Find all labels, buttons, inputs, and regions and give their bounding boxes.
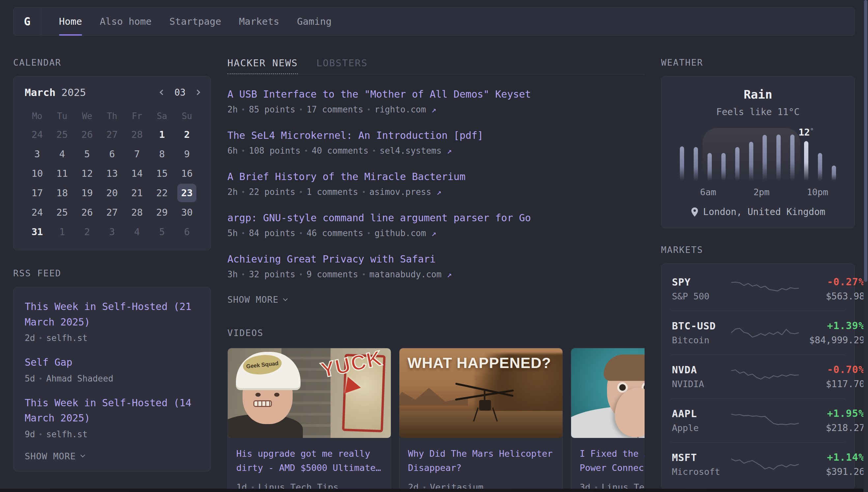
- nav-tab-startpage[interactable]: Startpage: [169, 7, 221, 35]
- video-card-ltt-connector[interactable]: DO TH T I Fixed the 50 Power Connector 3…: [571, 348, 645, 492]
- news-item-title[interactable]: Achieving Great Privacy with Safari: [227, 253, 645, 265]
- rss-item-source: selfh.st: [46, 429, 87, 439]
- rss-item-title[interactable]: This Week in Self-Hosted (14 March 2025): [25, 395, 200, 426]
- market-symbol[interactable]: BTC-USD: [672, 320, 731, 332]
- news-item: The SeL4 Microkernel: An Introduction [p…: [227, 130, 645, 156]
- weather-widget: Rain Feels like 11°C 12° 6am2pm10pm Lond…: [661, 76, 855, 228]
- dot-separator: [595, 486, 597, 488]
- scrollbar-track[interactable]: [863, 0, 868, 492]
- news-item-comments[interactable]: 9 comments: [307, 269, 358, 279]
- news-item-points: 108 points: [249, 146, 300, 156]
- video-title[interactable]: Why Did The Mars Helicopter Disappear?: [408, 446, 554, 475]
- video-title[interactable]: I Fixed the 50 Power Connector: [580, 446, 645, 475]
- weather-location: London, United Kingdom: [703, 206, 825, 217]
- news-item-meta: 6h108 points40 commentssel4.systems↗: [227, 146, 645, 156]
- rss-list: This Week in Self-Hosted (21 March 2025)…: [25, 299, 200, 439]
- calendar-day: 28: [125, 202, 150, 222]
- news-show-more-button[interactable]: SHOW MORE: [227, 294, 287, 305]
- market-row-msft[interactable]: MSFTMicrosoft+1.14%$391.26: [671, 442, 845, 486]
- calendar-day: 14: [125, 164, 150, 183]
- weather-bar: [680, 146, 684, 181]
- market-change: -0.27%: [799, 276, 865, 288]
- video-thumbnail-mars[interactable]: WHAT HAPPENED?: [399, 348, 562, 438]
- market-row-aapl[interactable]: AAPLApple+1.95%$218.27: [671, 398, 845, 442]
- news-tab-hacker-news[interactable]: HACKER NEWS: [227, 57, 298, 74]
- nav-tab-markets[interactable]: Markets: [239, 7, 279, 35]
- eye-art: [274, 393, 280, 397]
- market-name: Microsoft: [672, 467, 731, 477]
- news-item-title[interactable]: A Brief History of the Miracle Bacterium: [227, 171, 645, 182]
- calendar-weekday-label: Fr: [125, 107, 150, 125]
- dot-separator: [300, 108, 302, 110]
- news-item-domain-link[interactable]: github.com: [374, 228, 426, 238]
- chevron-right-icon[interactable]: [195, 90, 200, 95]
- dot-separator: [242, 150, 244, 152]
- news-item-title[interactable]: argp: GNU-style command line argument pa…: [227, 212, 645, 224]
- news-item-domain-link[interactable]: sel4.systems: [379, 146, 442, 156]
- market-sparkline: [731, 410, 799, 430]
- weather-bar: [832, 166, 836, 181]
- video-card-ltt-yuck[interactable]: Geek Squad YUCK His upgrade got me reall…: [227, 348, 391, 492]
- dot-separator: [242, 273, 244, 275]
- video-card-veritasium-mars[interactable]: WHAT HAPPENED? Why Did The Mars Helicopt…: [399, 348, 563, 492]
- dot-separator: [242, 108, 244, 110]
- market-symbol[interactable]: NVDA: [672, 364, 731, 376]
- news-item-domain-link[interactable]: righto.com: [374, 104, 426, 115]
- news-item-comments[interactable]: 17 comments: [307, 104, 363, 115]
- calendar-day: 15: [150, 164, 175, 183]
- nav-tab-home[interactable]: Home: [59, 7, 82, 35]
- calendar-section-title: CALENDAR: [13, 57, 211, 68]
- nav-tab-gaming[interactable]: Gaming: [297, 7, 332, 35]
- rss-item-title[interactable]: Self Gap: [25, 355, 200, 370]
- market-symbol[interactable]: MSFT: [672, 452, 731, 463]
- market-id-block: MSFTMicrosoft: [672, 452, 731, 477]
- news-item-comments[interactable]: 1 comments: [307, 187, 358, 197]
- news-item-title[interactable]: The SeL4 Microkernel: An Introduction [p…: [227, 130, 645, 141]
- weather-bar-slot: [716, 131, 730, 181]
- news-item-age: 3h: [227, 269, 238, 279]
- weather-hour-label: [741, 187, 754, 197]
- market-row-btc-usd[interactable]: BTC-USDBitcoin+1.39%$84,999.29: [671, 311, 845, 354]
- rss-show-more-button[interactable]: SHOW MORE: [25, 451, 84, 461]
- weather-feels-like: Feels like 11°C: [670, 106, 845, 117]
- news-list: A USB Interface to the "Mother of All De…: [227, 89, 645, 279]
- news-item-meta: 5h84 points46 commentsgithub.com↗: [227, 228, 645, 238]
- market-row-nvda[interactable]: NVDANVIDIA-0.70%$117.70: [671, 354, 845, 398]
- weather-section-title: WEATHER: [661, 57, 855, 68]
- calendar-day: 27: [100, 125, 125, 144]
- app-logo[interactable]: G: [14, 7, 41, 35]
- weather-bar: [694, 147, 698, 181]
- news-item-comments[interactable]: 40 comments: [312, 146, 368, 156]
- calendar-weekday-label: Mo: [25, 107, 50, 125]
- news-item-meta: 2h22 points1 commentsasimov.press↗: [227, 187, 645, 197]
- news-item-domain-link[interactable]: matanabudy.com: [369, 269, 442, 279]
- market-price: $84,999.29: [799, 335, 865, 346]
- calendar-day: 28: [125, 125, 150, 144]
- video-thumbnail-teal[interactable]: DO TH T: [571, 348, 645, 438]
- calendar-weekday-label: Th: [100, 107, 125, 125]
- scrollbar-thumb[interactable]: [864, 0, 867, 282]
- nav-tab-also-home[interactable]: Also home: [100, 7, 152, 35]
- market-change: -0.70%: [799, 364, 865, 375]
- market-symbol[interactable]: AAPL: [672, 408, 731, 419]
- news-item-domain-link[interactable]: asimov.press: [369, 187, 431, 197]
- video-thumbnail-ltt-yuck[interactable]: Geek Squad YUCK: [228, 348, 391, 438]
- calendar-day: 2: [174, 125, 200, 144]
- video-title[interactable]: His upgrade got me really dirty - AMD $5…: [236, 446, 382, 475]
- rss-item-age: 2d: [25, 333, 35, 343]
- news-item-comments[interactable]: 46 comments: [307, 228, 363, 238]
- videos-row: Geek Squad YUCK His upgrade got me reall…: [227, 348, 645, 492]
- market-name: S&P 500: [672, 291, 731, 301]
- calendar-day: 4: [50, 144, 75, 164]
- rss-item: Self Gap5dAhmad Shadeed: [25, 355, 200, 384]
- dot-separator: [423, 486, 425, 488]
- news-tab-lobsters[interactable]: LOBSTERS: [316, 57, 368, 74]
- rss-item-title[interactable]: This Week in Self-Hosted (21 March 2025): [25, 299, 200, 330]
- market-symbol[interactable]: SPY: [672, 276, 731, 288]
- chevron-left-icon[interactable]: [160, 90, 165, 95]
- news-item-title[interactable]: A USB Interface to the "Mother of All De…: [227, 89, 645, 100]
- market-row-spy[interactable]: SPYS&P 500-0.27%$563.98: [671, 267, 845, 311]
- calendar-day: 8: [150, 144, 175, 164]
- weather-bars: 12°: [675, 131, 841, 181]
- calendar-day: 29: [150, 202, 175, 222]
